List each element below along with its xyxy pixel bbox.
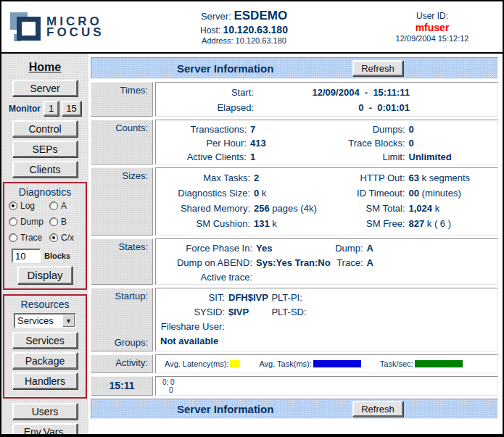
legend-avg-latency: Avg. Latency(ms): xyxy=(165,359,240,368)
radio-b-icon[interactable] xyxy=(49,217,58,226)
groups-value: Not available xyxy=(156,334,497,349)
field-sm-free: SM Free:827 k ( 6 ) xyxy=(327,216,498,231)
times-label: Times: xyxy=(91,82,153,117)
resources-select[interactable]: Services ▼ xyxy=(14,313,76,328)
app-window: MICRO FOCUS Server: ESDEMO Host: 10.120.… xyxy=(0,0,504,437)
monitor-1-button[interactable]: 1 xyxy=(44,101,59,116)
handlers-button[interactable]: Handlers xyxy=(12,373,78,389)
services-button[interactable]: Services xyxy=(12,332,78,349)
radio-dump-icon[interactable] xyxy=(9,217,17,226)
counts-box: Transactions:7 Per Hour:413 Active Clien… xyxy=(155,120,498,165)
user-id-value: mfuser xyxy=(371,22,494,33)
radio-log[interactable]: Log xyxy=(9,201,49,211)
states-row: States: Force Phase In:Yes Dump on ABEND… xyxy=(91,238,498,285)
monitor-15-button[interactable]: 15 xyxy=(62,101,81,116)
home-link[interactable]: Home xyxy=(1,61,88,74)
host-line: Host: 10.120.63.180 xyxy=(117,24,371,36)
field-http-out: HTTP Out:63 k segments xyxy=(327,170,498,186)
body: Home Server Monitor 1 15 Control SEPs Cl… xyxy=(1,54,503,434)
radio-a[interactable]: A xyxy=(49,201,81,211)
field-sysid: SYSID:$IVP xyxy=(156,305,268,320)
radio-log-icon[interactable] xyxy=(9,201,17,210)
field-sit: SIT:DFH$IVP xyxy=(156,291,268,305)
legend-task-per-sec: Task/sec: xyxy=(380,359,463,368)
field-trace-blocks: Trace Blocks:0 xyxy=(327,136,498,150)
sidebar: Home Server Monitor 1 15 Control SEPs Cl… xyxy=(1,54,88,434)
timeline-box: 0; 0 0 xyxy=(155,376,498,396)
groups-label: Groups: xyxy=(91,337,148,348)
field-sm-cushion: SM Cushion:131 k xyxy=(156,216,327,231)
field-shared-memory: Shared Memory:256 pages (4k) xyxy=(156,201,327,216)
field-max-tasks: Max Tasks:2 xyxy=(156,170,327,186)
monitor-row: Monitor 1 15 xyxy=(1,101,88,116)
timestamp: 12/09/2004 15:12:12 xyxy=(371,34,494,43)
footer-title: Server Information xyxy=(177,403,273,415)
elapsed-value: 0 - 0:01:01 xyxy=(254,100,410,115)
server-info-footer-bar: Server Information Refresh xyxy=(91,399,498,419)
monitor-label: Monitor xyxy=(9,104,41,114)
counts-row: Counts: Transactions:7 Per Hour:413 Acti… xyxy=(91,120,498,165)
radio-trace-icon[interactable] xyxy=(9,233,17,242)
logo-wordmark: MICRO FOCUS xyxy=(46,16,104,38)
field-limit: Limit:Unlimited xyxy=(327,150,498,164)
elapsed-label: Elapsed: xyxy=(156,100,254,115)
sizes-box: Max Tasks:2 Diagnostics Size:0 k Shared … xyxy=(155,167,498,236)
radio-cx[interactable]: C/x xyxy=(49,233,81,243)
start-label: Start: xyxy=(156,85,254,100)
blocks-input[interactable] xyxy=(12,249,41,263)
resources-title: Resources xyxy=(6,299,84,310)
task-sec-bar-icon xyxy=(415,360,463,367)
radio-trace[interactable]: Trace xyxy=(9,233,49,243)
envvars-button[interactable]: Env.Vars. xyxy=(12,423,78,434)
diagnostics-radio-grid: Log A Dump B xyxy=(6,201,84,243)
field-dump-state: Dump:A xyxy=(327,241,498,256)
field-fileshare-user: Fileshare User: xyxy=(156,320,268,334)
package-button[interactable]: Package xyxy=(12,352,78,369)
address-value: 10.120.63.180 xyxy=(236,36,286,45)
radio-dump[interactable]: Dump xyxy=(9,217,49,227)
activity-row: Activity: Avg. Latency(ms): Avg. Task(ms… xyxy=(91,354,498,373)
users-button[interactable]: Users xyxy=(12,403,78,420)
dropdown-arrow-icon[interactable]: ▼ xyxy=(62,315,75,327)
radio-a-icon[interactable] xyxy=(49,201,58,210)
main-panel: Server Information Refresh Times: Start:… xyxy=(88,54,503,434)
logo-line-2: FOCUS xyxy=(46,27,104,38)
radio-b[interactable]: B xyxy=(49,217,81,227)
microfocus-logo: MICRO FOCUS xyxy=(9,10,117,43)
address-line: Address: 10.120.63.180 xyxy=(117,36,371,45)
display-button[interactable]: Display xyxy=(17,266,73,284)
radio-cx-icon[interactable] xyxy=(49,233,58,242)
field-diagnostics-size: Diagnostics Size:0 k xyxy=(156,186,327,201)
field-sm-total: SM Total:1,024 k xyxy=(327,201,498,216)
resources-group: Resources Services ▼ Services Package Ha… xyxy=(3,294,87,399)
server-identity: Server: ESDEMO Host: 10.120.63.180 Addre… xyxy=(117,9,371,45)
field-plt-sd: PLT-SD: xyxy=(268,305,497,320)
field-dump-on-abend: Dump on ABEND:Sys:Yes Tran:No xyxy=(156,256,327,270)
refresh-button-bottom[interactable]: Refresh xyxy=(352,401,403,417)
latency-swatch-icon xyxy=(230,360,240,367)
startup-row: Startup: Groups: SIT:DFH$IVP SYSID:$IVP … xyxy=(91,288,498,351)
control-button[interactable]: Control xyxy=(12,120,78,137)
field-per-hour: Per Hour:413 xyxy=(156,136,327,150)
field-trace-state: Trace:A xyxy=(327,256,498,270)
refresh-button-top[interactable]: Refresh xyxy=(352,60,403,76)
timeline-time: 15:11 xyxy=(91,376,153,396)
timeline-row: 15:11 0; 0 0 xyxy=(91,376,498,396)
sizes-row: Sizes: Max Tasks:2 Diagnostics Size:0 k … xyxy=(91,167,498,236)
field-force-phase-in: Force Phase In:Yes xyxy=(156,241,327,256)
diagnostics-title: Diagnostics xyxy=(6,186,84,198)
legend-avg-task: Avg. Task(ms): xyxy=(259,359,360,368)
startup-groups-label: Startup: Groups: xyxy=(91,288,153,351)
field-transactions: Transactions:7 xyxy=(156,122,327,136)
timeline-line1: 0; 0 xyxy=(162,378,497,386)
page-title: Server Information xyxy=(177,62,273,75)
clients-button[interactable]: Clients xyxy=(12,161,78,178)
field-active-trace: Active trace: xyxy=(156,270,327,285)
activity-label: Activity: xyxy=(91,354,153,373)
server-button[interactable]: Server xyxy=(12,80,78,96)
field-plt-pi: PLT-PI: xyxy=(268,291,497,305)
field-active-clients: Active Clients:1 xyxy=(156,150,327,164)
sizes-label: Sizes: xyxy=(91,167,153,236)
seps-button[interactable]: SEPs xyxy=(12,141,78,157)
times-row: Times: Start: 12/09/2004 - 15:11:11 Elap… xyxy=(91,82,498,117)
